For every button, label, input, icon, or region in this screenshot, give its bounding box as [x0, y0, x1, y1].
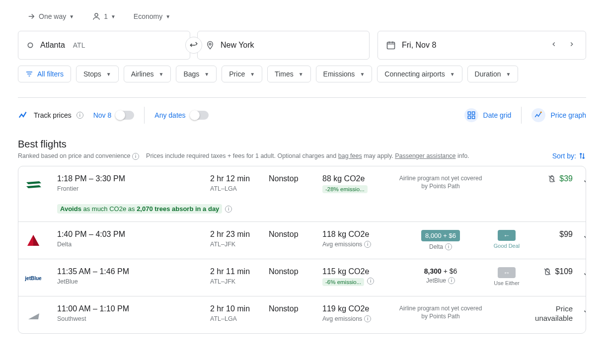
sort-by-button[interactable]: Sort by:: [552, 152, 586, 160]
co2-avg: Avg emissionsi: [322, 315, 392, 322]
sort-icon: [578, 152, 586, 160]
date-prev[interactable]: [548, 41, 560, 50]
filter-chip-airlines[interactable]: Airlines▼: [124, 66, 171, 82]
person-icon: [92, 12, 101, 21]
info-icon[interactable]: i: [76, 112, 83, 119]
flight-times: 1:40 PM – 4:03 PM: [57, 230, 206, 239]
info-icon[interactable]: i: [364, 315, 371, 322]
svg-point-0: [95, 13, 98, 16]
chevron-down-icon: ▼: [204, 72, 209, 77]
flight-times: 1:18 PM – 3:30 PM: [57, 174, 206, 183]
arrow-right-icon: [27, 12, 36, 21]
trip-options: One way ▼ 1 ▼ Economy ▼: [18, 10, 586, 23]
flight-duration: 2 hr 11 min: [210, 267, 265, 276]
co2-badge: -6% emissio...: [322, 278, 364, 286]
date-field[interactable]: Fri, Nov 8: [378, 31, 586, 60]
flight-co2: 119 kg CO2e: [322, 304, 392, 313]
info-icon[interactable]: i: [445, 243, 452, 250]
calendar-icon: [386, 40, 396, 50]
flight-co2: 88 kg CO2e: [322, 174, 392, 183]
svg-rect-7: [472, 116, 474, 119]
origin-field[interactable]: Atlanta ATL: [18, 31, 190, 60]
expand-button[interactable]: [577, 230, 586, 244]
chevron-down-icon: ▼: [159, 72, 164, 77]
chevron-down-icon: [582, 233, 586, 242]
filter-chip-price[interactable]: Price▼: [222, 66, 262, 82]
assistance-link[interactable]: Passenger assistance: [395, 152, 455, 159]
chevron-left-icon: [550, 41, 557, 48]
price-unavailable: Price unavailable: [528, 304, 573, 323]
info-icon[interactable]: i: [364, 241, 371, 248]
info-icon[interactable]: i: [132, 153, 139, 160]
filter-chip-times[interactable]: Times▼: [267, 66, 311, 82]
price-graph-button[interactable]: Price graph: [531, 108, 586, 122]
filter-chip-stops[interactable]: Stops▼: [76, 66, 119, 82]
circle-icon: [26, 41, 34, 49]
chevron-down-icon: ▼: [360, 72, 365, 77]
swap-icon: [189, 41, 198, 50]
filter-chip-duration[interactable]: Duration▼: [467, 66, 519, 82]
chevron-down-icon: ▼: [69, 14, 74, 19]
flight-co2: 115 kg CO2e: [322, 267, 392, 276]
flight-row[interactable]: 1:40 PM – 4:03 PM Delta 2 hr 23 min ATL–…: [18, 222, 586, 259]
points-program-note: Airline program not yet covered by Point…: [396, 304, 485, 320]
filter-icon: [25, 70, 33, 78]
svg-point-8: [540, 112, 542, 113]
flight-row[interactable]: 1:18 PM – 3:30 PM Frontier 2 hr 12 min A…: [18, 166, 586, 222]
info-icon[interactable]: i: [225, 206, 232, 213]
separator: [144, 107, 145, 124]
flight-route: ATL–JFK: [210, 278, 265, 285]
points-program: Delta: [429, 243, 443, 250]
expand-button[interactable]: [577, 304, 586, 318]
passenger-selector[interactable]: 1 ▼: [88, 10, 120, 23]
chevron-down-icon: ▼: [111, 14, 116, 19]
flight-route: ATL–LGA: [210, 185, 265, 192]
track-any-toggle[interactable]: [191, 111, 209, 120]
search-row: Atlanta ATL New York Fri, Nov 8: [18, 31, 586, 60]
track-any-dates[interactable]: Any dates: [154, 111, 185, 119]
track-specific-toggle[interactable]: [116, 111, 134, 120]
cabin-label: Economy: [134, 12, 162, 20]
airline-name: JetBlue: [57, 278, 206, 285]
flight-stops: Nonstop: [269, 304, 318, 313]
bag-fees-link[interactable]: bag fees: [338, 152, 362, 159]
flight-co2: 118 kg CO2e: [322, 230, 392, 239]
date-next[interactable]: [566, 41, 578, 50]
trip-type-label: One way: [39, 12, 66, 20]
filter-chip-emissions[interactable]: Emissions▼: [316, 66, 373, 82]
deal-indicator-icon: ←: [498, 230, 516, 241]
bag-icon: [547, 174, 556, 183]
chevron-down-icon: ▼: [106, 72, 111, 77]
cabin-selector[interactable]: Economy ▼: [130, 10, 174, 22]
flight-row[interactable]: jetBlue 11:35 AM – 1:46 PM JetBlue 2 hr …: [18, 259, 586, 296]
filter-chip-connecting[interactable]: Connecting airports▼: [377, 66, 462, 82]
expand-button[interactable]: [577, 174, 586, 188]
chevron-down-icon: ▼: [450, 72, 455, 77]
destination-field[interactable]: New York: [197, 31, 370, 60]
trip-type-selector[interactable]: One way ▼: [23, 10, 78, 23]
svg-point-2: [209, 43, 211, 45]
location-icon: [206, 41, 215, 50]
all-filters-button[interactable]: All filters: [18, 66, 71, 82]
section-title: Best flights: [18, 139, 586, 150]
bag-icon: [543, 267, 552, 276]
flight-stops: Nonstop: [269, 230, 318, 239]
airline-logo: [23, 305, 43, 325]
flight-duration: 2 hr 23 min: [210, 230, 265, 239]
swap-button[interactable]: [185, 37, 202, 54]
date-value: Fri, Nov 8: [402, 41, 436, 50]
svg-rect-6: [468, 116, 470, 119]
info-icon[interactable]: i: [448, 277, 455, 284]
date-grid-button[interactable]: Date grid: [464, 108, 512, 122]
expand-button[interactable]: [577, 267, 586, 281]
flight-duration: 2 hr 12 min: [210, 174, 265, 183]
flight-row[interactable]: 11:00 AM – 1:10 PM Southwest 2 hr 10 min…: [18, 296, 586, 333]
svg-marker-14: [33, 235, 39, 246]
flight-stops: Nonstop: [269, 174, 318, 183]
info-icon[interactable]: i: [367, 278, 374, 285]
airline-name: Delta: [57, 241, 206, 248]
divider: [18, 97, 586, 98]
filter-chip-bags[interactable]: Bags▼: [176, 66, 217, 82]
trend-icon: [18, 110, 29, 121]
track-specific-date[interactable]: Nov 8: [93, 111, 112, 119]
